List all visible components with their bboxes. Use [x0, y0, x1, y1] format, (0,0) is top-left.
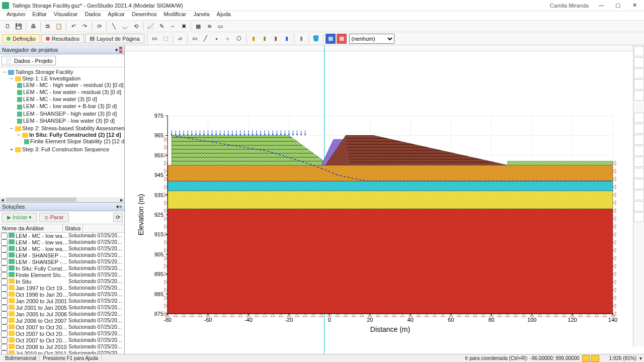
pointer-icon[interactable]: ▭: [149, 34, 159, 44]
mode-layout[interactable]: ▤ Layout de Página: [85, 34, 144, 43]
sol-row-name[interactable]: Oct 2007 to Oct 2008 - 2: [16, 331, 68, 337]
tree-item[interactable]: LEM - MC - low water (3) [0 d]: [23, 96, 97, 102]
rtool-14[interactable]: [634, 201, 644, 211]
solutions-stop-button[interactable]: ⦸ Parar: [39, 213, 69, 222]
draw-circle-icon[interactable]: ○: [223, 34, 233, 44]
mode-resultados[interactable]: Resultados: [41, 34, 84, 43]
refresh-icon[interactable]: ⟳: [94, 21, 104, 31]
draw-poly-icon[interactable]: ⬡: [234, 34, 244, 44]
sol-row-name[interactable]: In Situ: [16, 279, 68, 285]
draw-region-icon[interactable]: ▭: [190, 34, 200, 44]
sol-row-check[interactable]: [1, 285, 8, 292]
rtool-2[interactable]: [634, 57, 644, 67]
sol-row-check[interactable]: [1, 298, 8, 305]
solutions-refresh-button[interactable]: ⟳: [113, 213, 123, 222]
sol-row-check[interactable]: [1, 337, 8, 344]
sol-row-name[interactable]: LEM - MC - low water + B-b...: [16, 246, 68, 252]
sol-row-check[interactable]: [1, 239, 8, 246]
sol-row-check[interactable]: [1, 233, 8, 239]
model-canvas[interactable]: -80-60-40-200204060801001201408758858959…: [125, 45, 644, 354]
sol-row-check[interactable]: [1, 344, 8, 350]
sol-row-check[interactable]: [1, 259, 8, 265]
menu-arquivo[interactable]: Arquivo: [3, 11, 29, 20]
rtool-1[interactable]: [634, 46, 644, 56]
bc-4-icon[interactable]: ▮: [282, 34, 292, 44]
panel-pin-icon[interactable]: ▾: [115, 47, 118, 53]
tool-section-icon[interactable]: ▭: [215, 21, 225, 31]
tool-arc-icon[interactable]: ◡: [120, 21, 130, 31]
tool-mesh-icon[interactable]: ▦: [193, 21, 203, 31]
solutions-list[interactable]: LEM - MC - low water - res...Solucionado…: [0, 233, 124, 354]
rtool-13[interactable]: [634, 190, 644, 200]
sol-row-name[interactable]: Jan 1997 to Oct 1998: [16, 285, 68, 292]
sol-row-check[interactable]: [1, 324, 8, 331]
undo-icon[interactable]: ↶: [68, 21, 78, 31]
tool-edit-icon[interactable]: ✎: [156, 21, 167, 31]
tree-step2-active[interactable]: In Situ: Fully Constructed (2) [12 d]: [29, 132, 121, 138]
sol-row-check[interactable]: [1, 272, 8, 279]
sol-row-name[interactable]: Oct 2008 to Jul 2010: [16, 344, 68, 350]
tree-item[interactable]: LEM - MC - low water - residual (3) [0 d…: [23, 89, 121, 95]
sol-row-name[interactable]: LEM - MC - low water (3): [16, 239, 68, 246]
rtool-12[interactable]: [634, 179, 644, 189]
sol-row-name[interactable]: Oct 2007 to Oct 2008 - 1: [16, 324, 68, 331]
sol-row-check[interactable]: [1, 350, 8, 354]
sol-row-check[interactable]: [1, 265, 8, 272]
menu-desenhos[interactable]: Desenhos: [128, 11, 160, 20]
tree-hscroll[interactable]: ◂▸: [0, 197, 124, 202]
sol-row-name[interactable]: Jul 2010 to Oct 2011: [16, 350, 68, 354]
sol-row-check[interactable]: [1, 279, 8, 285]
sol-row-name[interactable]: Finite Element Slope Stabilit...: [16, 272, 68, 279]
menu-editar[interactable]: Editar: [29, 11, 50, 20]
sol-row-check[interactable]: [1, 246, 8, 252]
sol-col-name[interactable]: Nome da Análise: [0, 224, 63, 232]
rtool-15[interactable]: [634, 212, 644, 222]
sol-row-check[interactable]: [1, 292, 8, 298]
paste-icon[interactable]: 📋: [54, 21, 64, 31]
tool-graph-icon[interactable]: 📈: [145, 21, 155, 31]
mode-definicao[interactable]: Definição: [2, 34, 40, 43]
sol-row-check[interactable]: [1, 311, 8, 318]
bc-5-icon[interactable]: ▮: [296, 34, 306, 44]
axis-icon[interactable]: ▦: [337, 34, 347, 44]
sol-row-name[interactable]: LEM - MC - low water - res...: [16, 233, 68, 239]
select-icon[interactable]: ⬚: [160, 34, 171, 44]
menu-janela[interactable]: Janela: [190, 11, 213, 20]
tree-root[interactable]: Tailings Storage Facility: [15, 69, 73, 75]
tool-move-icon[interactable]: ↔: [168, 21, 178, 31]
rtool-10[interactable]: [634, 157, 644, 167]
new-icon[interactable]: 🗋: [3, 21, 13, 31]
solutions-start-button[interactable]: ▶ Iniciar ▾: [2, 213, 37, 222]
rtool-7[interactable]: [634, 124, 644, 134]
bc-2-icon[interactable]: ▮: [260, 34, 270, 44]
menu-dados[interactable]: Dados: [82, 11, 105, 20]
sol-row-name[interactable]: Oct 2007 to Oct 2008 - 3: [16, 337, 68, 344]
tree-item[interactable]: LEM - MC - high water - residual (3) [0 …: [23, 82, 123, 88]
rtool-6[interactable]: [634, 113, 644, 123]
tree-step2-child[interactable]: Finite Element Slope Stability (2) [12 d…: [30, 138, 124, 144]
dados-projeto-button[interactable]: 📄 Dados - Projeto: [2, 56, 56, 65]
tree-step1[interactable]: Step 1: LE Investigation: [22, 75, 80, 81]
print-icon[interactable]: 🖶: [28, 21, 38, 31]
rtool-4[interactable]: [634, 79, 644, 89]
tree-item[interactable]: LEM - SHANSEP - high water (3) [0 d]: [23, 111, 117, 117]
sol-row-name[interactable]: Jan 2000 to Jul 2001: [16, 298, 68, 305]
sol-row-check[interactable]: [1, 305, 8, 311]
menu-visualizar[interactable]: Visualizar: [50, 11, 82, 20]
close-button[interactable]: ✕: [627, 2, 642, 9]
redo-icon[interactable]: ↷: [79, 21, 90, 31]
sol-row-check[interactable]: [1, 318, 8, 324]
draw-point-icon[interactable]: •: [212, 34, 222, 44]
rtool-5[interactable]: [634, 90, 644, 101]
maximize-button[interactable]: ▢: [610, 2, 625, 9]
tree-item[interactable]: LEM - SHANSEP - low water (3) [0 d]: [23, 118, 115, 124]
draw-line-icon[interactable]: ╱: [201, 34, 211, 44]
zoom-dropdown-icon[interactable]: ▾: [639, 355, 642, 361]
sol-row-name[interactable]: In Situ: Fully Constructed (2): [16, 265, 68, 272]
region-icon[interactable]: ▱: [175, 34, 185, 44]
sol-row-name[interactable]: Oct 1998 to Jan 2000: [16, 292, 68, 298]
rtool-9[interactable]: [634, 146, 644, 156]
menu-ajuda[interactable]: Ajuda: [213, 11, 234, 20]
rtool-3[interactable]: [634, 68, 644, 78]
sol-row-check[interactable]: [1, 252, 8, 259]
